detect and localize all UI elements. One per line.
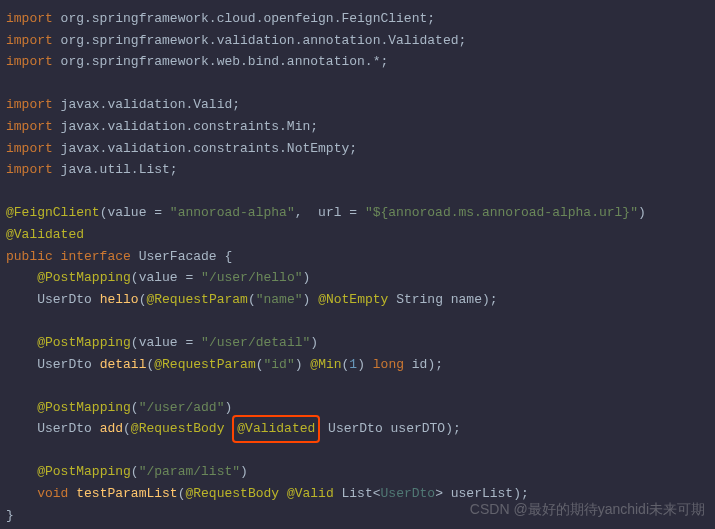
validated-highlight: @Validated <box>232 415 320 443</box>
blank-line <box>6 181 709 203</box>
import-line: import javax.validation.constraints.Min; <box>6 116 709 138</box>
import-line: import javax.validation.constraints.NotE… <box>6 138 709 160</box>
blank-line <box>6 375 709 397</box>
import-line: import org.springframework.cloud.openfei… <box>6 8 709 30</box>
post-mapping-annotation: @PostMapping("/user/add") <box>6 397 709 419</box>
watermark: CSDN @最好的期待yanchidi未来可期 <box>470 499 705 521</box>
post-mapping-annotation: @PostMapping("/param/list") <box>6 461 709 483</box>
method-add: UserDto add(@RequestBody @Validated User… <box>6 418 709 440</box>
post-mapping-annotation: @PostMapping(value = "/user/detail") <box>6 332 709 354</box>
post-mapping-annotation: @PostMapping(value = "/user/hello") <box>6 267 709 289</box>
import-line: import java.util.List; <box>6 159 709 181</box>
import-line: import org.springframework.validation.an… <box>6 30 709 52</box>
interface-declaration: public interface UserFacade { <box>6 246 709 268</box>
blank-line <box>6 440 709 462</box>
method-hello: UserDto hello(@RequestParam("name") @Not… <box>6 289 709 311</box>
import-line: import org.springframework.web.bind.anno… <box>6 51 709 73</box>
import-line: import javax.validation.Valid; <box>6 94 709 116</box>
blank-line <box>6 73 709 95</box>
code-editor[interactable]: import org.springframework.cloud.openfei… <box>6 8 709 526</box>
feign-client-annotation: @FeignClient(value = "annoroad-alpha", u… <box>6 202 709 224</box>
method-detail: UserDto detail(@RequestParam("id") @Min(… <box>6 354 709 376</box>
validated-annotation: @Validated <box>6 224 709 246</box>
blank-line <box>6 310 709 332</box>
